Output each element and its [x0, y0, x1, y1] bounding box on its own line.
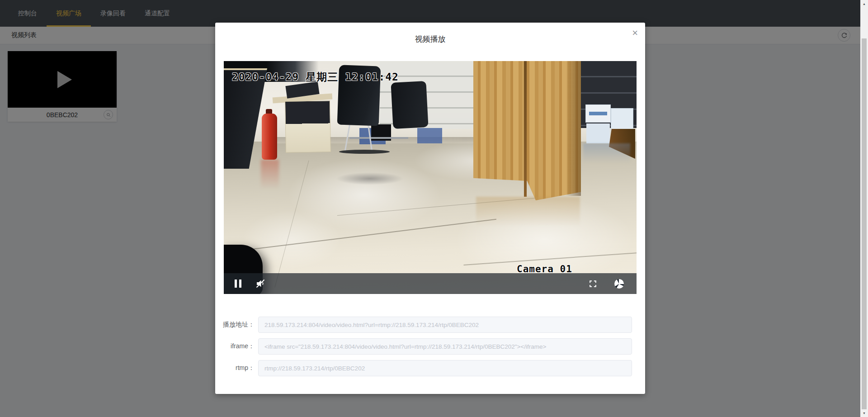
- scrollbar-down-button[interactable]: ▼: [860, 409, 868, 417]
- fullscreen-icon: [589, 280, 597, 288]
- dialog-title: 视频播放: [215, 23, 645, 44]
- pause-button[interactable]: [231, 280, 241, 288]
- video-surface[interactable]: [224, 61, 637, 294]
- iframe-input[interactable]: [258, 338, 632, 355]
- muted-speaker-icon: [255, 278, 266, 289]
- play-address-input[interactable]: [258, 317, 632, 333]
- osd-timestamp: 2020-04-29 星期三 12:01:42: [232, 70, 399, 84]
- mute-button[interactable]: [255, 278, 266, 289]
- shutter-icon: [614, 279, 624, 289]
- play-address-row: 播放地址：: [215, 317, 645, 333]
- stream-address-fields: 播放地址： iframe： rtmp：: [215, 317, 645, 382]
- video-play-dialog: 视频播放 ×: [215, 23, 645, 394]
- pause-icon: [235, 280, 241, 288]
- close-icon[interactable]: ×: [632, 28, 638, 38]
- scrollbar-thumb[interactable]: [862, 38, 867, 409]
- page-scrollbar: ▲ ▼: [860, 0, 868, 417]
- scrollbar-up-button[interactable]: ▲: [860, 0, 868, 8]
- rtmp-row: rtmp：: [215, 360, 645, 376]
- player-control-bar: [224, 273, 637, 294]
- fullscreen-button[interactable]: [589, 280, 597, 288]
- rtmp-label: rtmp：: [215, 364, 258, 372]
- play-address-label: 播放地址：: [215, 321, 258, 329]
- rtmp-input[interactable]: [258, 360, 632, 376]
- snapshot-button[interactable]: [614, 279, 629, 289]
- iframe-label: iframe：: [215, 342, 258, 351]
- iframe-row: iframe：: [215, 338, 645, 355]
- video-player: 2020-04-29 星期三 12:01:42 Camera 01: [224, 61, 637, 294]
